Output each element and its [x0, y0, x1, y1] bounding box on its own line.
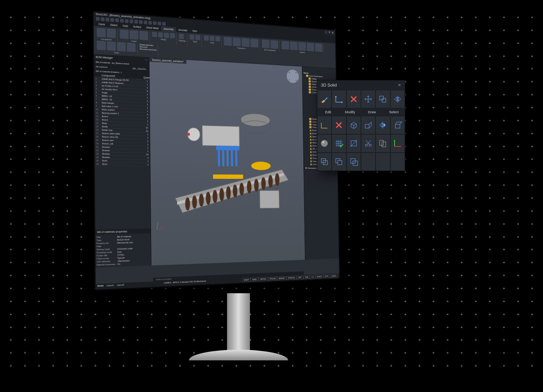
axis-tool-icon[interactable] [390, 134, 405, 153]
status-toggle[interactable]: DUCS [315, 275, 323, 278]
open-copy-icon[interactable] [152, 32, 157, 37]
qat-icon[interactable] [129, 19, 133, 23]
qat-icon[interactable] [110, 18, 114, 22]
qat-icon[interactable] [148, 21, 152, 25]
section-tool-icon[interactable] [346, 134, 361, 153]
ribbon-tab-surface[interactable]: Surface [131, 24, 144, 30]
balloon-auto-icon[interactable] [290, 42, 298, 50]
qat-icon[interactable] [143, 21, 147, 24]
subtract-tool-icon[interactable] [332, 153, 346, 171]
open-icon[interactable] [120, 29, 129, 39]
ribbon-tab-home[interactable]: Home [96, 21, 108, 27]
union-tool-icon[interactable] [317, 153, 332, 171]
panel-menu-icon[interactable]: ⋯ [145, 58, 147, 61]
bom-icon[interactable] [307, 43, 314, 51]
qat-icon[interactable] [115, 18, 119, 22]
status-toggle[interactable]: TILE [303, 275, 310, 279]
filter-icon[interactable]: ✕ [325, 31, 327, 34]
push-pull-icon[interactable] [361, 116, 375, 134]
qat-icon[interactable] [153, 21, 156, 25]
ribbon-tab-sketch[interactable]: Sketch [108, 22, 120, 28]
mech-browser-icon[interactable] [117, 42, 126, 51]
explode-icon[interactable] [107, 41, 116, 51]
cancel-tool-icon[interactable] [332, 116, 346, 134]
fp-tab-draw[interactable]: Draw [361, 108, 383, 116]
fp-tab-modify[interactable]: Modify [339, 108, 361, 116]
status-toggle[interactable]: GRID [251, 278, 259, 281]
filter-dropdown[interactable]: All columns [96, 66, 107, 69]
qat-icon[interactable] [96, 17, 100, 21]
sphere-tool-icon[interactable] [317, 134, 332, 153]
gear-icon[interactable]: ⚙ [332, 31, 334, 34]
standard-part-icon[interactable] [130, 30, 139, 40]
mass-props-icon[interactable] [315, 43, 322, 52]
layout-tab[interactable]: Model [98, 284, 104, 289]
delete-tool-icon[interactable] [346, 90, 361, 108]
qat-icon[interactable] [125, 19, 129, 23]
close-icon[interactable]: ✕ [398, 83, 401, 88]
flip-tool-icon[interactable] [375, 116, 390, 134]
qat-icon[interactable] [120, 19, 124, 22]
update-icon[interactable] [97, 40, 106, 50]
paste-tool-icon[interactable] [375, 134, 390, 153]
status-toggle[interactable]: SNAP [242, 278, 251, 282]
status-toggle[interactable]: QUAD [330, 274, 338, 278]
brush-tool-icon[interactable] [317, 90, 332, 108]
move-icon[interactable] [224, 37, 232, 46]
move-tool-icon[interactable] [361, 90, 375, 108]
fp-tab-edit[interactable]: Edit [317, 108, 339, 116]
status-toggle[interactable]: 1:1 [310, 275, 315, 279]
qat-icon[interactable] [139, 20, 143, 24]
array-icon[interactable] [250, 39, 258, 47]
bom-table-body[interactable]: 1ASME B16.5 Flange DN 8012ASME B16.9 Red… [94, 77, 151, 230]
cut-tool-icon[interactable] [361, 134, 375, 153]
qat-icon[interactable] [106, 18, 110, 22]
box-tool-icon[interactable] [346, 116, 361, 134]
status-toggle[interactable]: STRACK [286, 276, 296, 280]
view-cube[interactable] [286, 68, 300, 84]
mirror-tool-icon[interactable] [390, 90, 405, 108]
unlink-icon[interactable] [170, 33, 175, 39]
settings-icon[interactable] [179, 34, 184, 39]
layout-tab[interactable]: Layout1 [106, 284, 114, 288]
init-mech-icon[interactable] [107, 29, 116, 38]
floating-panel-title[interactable]: 3D Solid ✕ [317, 80, 405, 90]
thickness-dropdown[interactable]: 2PL_THICKN... [132, 67, 147, 71]
balloon-icon[interactable] [282, 41, 289, 50]
angle-tool-icon[interactable] [332, 90, 346, 108]
ribbon-tab-annotate[interactable]: Annotate [176, 27, 190, 33]
copy-icon[interactable] [233, 37, 241, 47]
ribbon-tab-view[interactable]: View [190, 28, 199, 34]
funnel-icon[interactable]: ▼ [329, 31, 331, 34]
status-toggle[interactable]: LWT [296, 276, 303, 280]
polyline-tool-icon[interactable] [317, 116, 332, 134]
assembly-model[interactable] [167, 95, 289, 228]
3d-solid-toolbar[interactable]: 3D Solid ✕ Edit Modify Draw Select [317, 80, 405, 171]
qat-icon[interactable] [158, 21, 161, 25]
qat-icon[interactable] [134, 20, 138, 24]
hide-icon[interactable] [204, 35, 209, 41]
rotate-icon[interactable] [242, 38, 250, 47]
copy-tool-icon[interactable] [375, 90, 390, 108]
from-component-icon[interactable] [139, 31, 148, 40]
grid-check-icon[interactable] [332, 134, 346, 153]
params-panel-icon[interactable] [127, 43, 135, 52]
dissolve-icon[interactable] [164, 32, 169, 38]
new-component-icon[interactable] [97, 28, 106, 37]
layout-tab[interactable]: Layout2 [117, 284, 124, 288]
status-toggle[interactable]: POLAR [268, 277, 277, 281]
tool-icon[interactable] [190, 34, 195, 40]
qat-icon[interactable] [101, 17, 105, 21]
intersect-tool-icon[interactable] [346, 153, 361, 171]
table-row[interactable]: 26Bush1 [95, 162, 150, 166]
extrude-tool-icon[interactable] [390, 116, 405, 134]
tool-icon[interactable] [195, 35, 200, 40]
status-toggle[interactable]: ESNAP [277, 276, 286, 280]
show-icon[interactable] [209, 36, 214, 41]
trailing-lines-icon[interactable] [298, 42, 306, 51]
status-toggle[interactable]: DYN [323, 274, 330, 278]
status-toggle[interactable]: ORTHO [258, 277, 268, 281]
ribbon-tab-solid[interactable]: Solid [120, 23, 131, 29]
fp-tab-select[interactable]: Select [383, 108, 405, 116]
qat-icon[interactable] [162, 22, 166, 26]
